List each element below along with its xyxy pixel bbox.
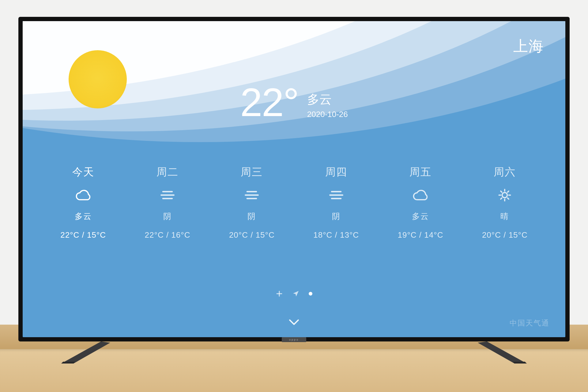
svg-line-18 [501,191,502,192]
current-date: 2020-10-26 [307,110,348,119]
forecast-day-label: 周四 [325,165,347,179]
current-temperature: 22° [240,82,299,122]
tv-stand-right [466,341,527,364]
forecast-condition: 多云 [75,211,92,222]
forecast-condition: 阴 [247,211,256,222]
forecast-temperature-range: 19°C / 14°C [398,230,443,240]
tv-stand-left [61,341,123,364]
forecast-day[interactable]: 今天多云22°C / 15°C [41,165,125,240]
forecast-day[interactable]: 周三阴20°C / 15°C [210,165,294,240]
page-dot-active[interactable] [309,292,312,296]
forecast-condition: 晴 [500,211,509,222]
forecast-day-label: 周二 [156,165,179,179]
add-city-icon[interactable] [276,290,283,297]
svg-marker-1 [61,362,75,364]
forecast-day[interactable]: 周二阴22°C / 16°C [125,165,209,240]
svg-line-19 [508,198,509,199]
svg-line-21 [501,198,502,199]
cloud-icon [411,188,430,202]
weather-app-screen: 上海 22° 多云 2020-10-26 今天多云22°C / 15°C周二阴2… [23,21,565,337]
forecast-temperature-range: 18°C / 13°C [313,230,359,240]
current-condition: 多云 [307,91,348,108]
forecast-condition: 阴 [163,211,172,222]
forecast-temperature-range: 20°C / 15°C [482,230,528,240]
forecast-day-label: 今天 [72,165,94,179]
tv-frame: oppo 上海 22° 多云 2020-10-26 今天多云22°C / 15°… [18,17,570,341]
weather-provider-label: 中国天气通 [510,318,549,328]
forecast-day[interactable]: 周四阴18°C / 13°C [294,165,378,240]
sun-graphic [69,50,127,108]
svg-marker-2 [478,341,527,364]
forecast-day[interactable]: 周六晴20°C / 15°C [463,165,547,240]
locate-icon[interactable] [292,290,300,297]
forecast-temperature-range: 22°C / 16°C [145,230,190,240]
tv-brand-label: oppo [282,337,306,342]
forecast-condition: 阴 [332,211,341,222]
svg-marker-0 [61,341,110,364]
forecast-condition: 多云 [412,211,429,222]
city-pager [276,290,312,297]
current-weather: 22° 多云 2020-10-26 [240,82,348,122]
forecast-day-label: 周五 [409,165,432,179]
city-label[interactable]: 上海 [513,36,544,56]
forecast-day-label: 周三 [241,165,263,179]
forecast-temperature-range: 20°C / 15°C [229,230,275,240]
overcast-icon [158,188,177,202]
svg-point-13 [502,193,507,198]
svg-marker-3 [513,362,527,364]
forecast-row: 今天多云22°C / 15°C周二阴22°C / 16°C周三阴20°C / 1… [23,165,565,240]
forecast-day[interactable]: 周五多云19°C / 14°C [378,165,462,240]
cloud-icon [74,188,92,202]
forecast-temperature-range: 22°C / 15°C [60,230,106,240]
expand-down-icon[interactable] [288,318,300,326]
overcast-icon [243,188,261,202]
forecast-day-label: 周六 [494,165,516,179]
overcast-icon [327,188,345,202]
sun-icon [496,188,514,202]
svg-line-20 [508,191,509,192]
